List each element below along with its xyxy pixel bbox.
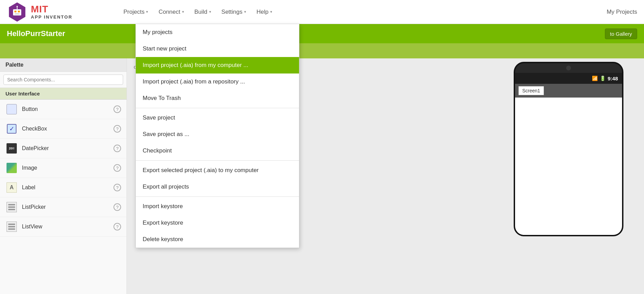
dropdown-item-export-selected[interactable]: Export selected project (.aia) to my com… (136, 162, 299, 179)
dropdown-divider (136, 108, 299, 108)
dropdown-overlay (0, 0, 644, 294)
dropdown-item-save-project-as[interactable]: Save project as ... (136, 126, 299, 143)
dropdown-item-export-keystore[interactable]: Export keystore (136, 215, 299, 231)
dropdown-item-start-new-project[interactable]: Start new project (136, 41, 299, 57)
dropdown-item-export-all[interactable]: Export all projects (136, 179, 299, 195)
dropdown-item-import-keystore[interactable]: Import keystore (136, 198, 299, 215)
dropdown-divider (136, 196, 299, 197)
dropdown-item-delete-keystore[interactable]: Delete keystore (136, 231, 299, 248)
dropdown-item-import-aia-computer[interactable]: Import project (.aia) from my computer .… (136, 57, 299, 74)
dropdown-divider (136, 160, 299, 161)
projects-dropdown: My projectsStart new projectImport proje… (135, 24, 299, 248)
dropdown-item-save-project[interactable]: Save project (136, 110, 299, 126)
dropdown-item-my-projects[interactable]: My projects (136, 24, 299, 41)
dropdown-item-move-to-trash[interactable]: Move To Trash (136, 90, 299, 106)
dropdown-item-import-aia-repo[interactable]: Import project (.aia) from a repository … (136, 74, 299, 90)
dropdown-item-checkpoint[interactable]: Checkpoint (136, 143, 299, 159)
